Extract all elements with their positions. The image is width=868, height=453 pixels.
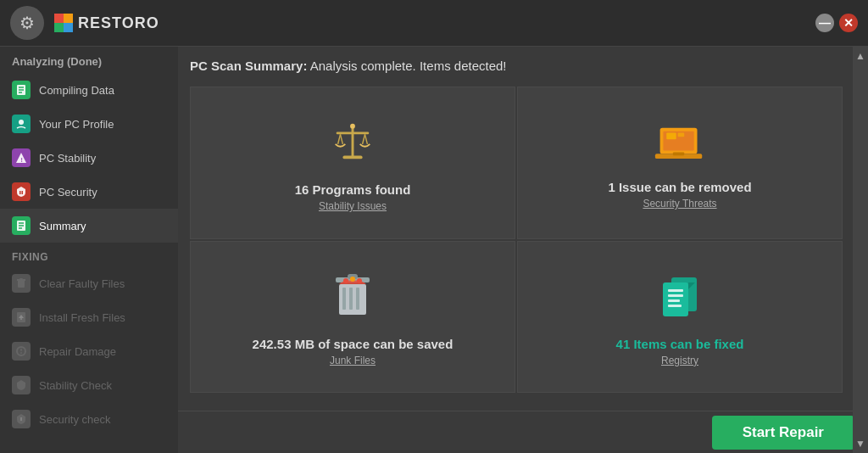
sidebar-item-pc-security[interactable]: PC Security xyxy=(0,175,178,209)
svg-point-49 xyxy=(357,278,362,283)
clear-faulty-icon xyxy=(12,274,31,293)
svg-rect-19 xyxy=(19,278,23,280)
svg-point-48 xyxy=(350,277,355,282)
card-issue-link[interactable]: Security Threats xyxy=(643,198,716,210)
sidebar-item-label-stability: PC Stability xyxy=(39,152,96,165)
svg-rect-54 xyxy=(668,299,680,302)
sidebar-item-stability-check: Stability Check xyxy=(0,368,178,402)
svg-line-30 xyxy=(338,135,341,145)
svg-rect-17 xyxy=(18,280,25,288)
sidebar-item-pc-stability[interactable]: ! PC Stability xyxy=(0,141,178,175)
sidebar-item-label-stability-check: Stability Check xyxy=(39,379,112,392)
svg-rect-53 xyxy=(668,294,683,297)
sidebar-item-clear-faulty: Clear Faulty Files xyxy=(0,266,178,300)
sidebar: Analyzing (Done) Compiling Data Your PC … xyxy=(0,47,178,453)
svg-rect-40 xyxy=(673,153,684,156)
security-check-icon xyxy=(12,410,31,428)
svg-rect-28 xyxy=(342,156,362,159)
scan-summary-title: PC Scan Summary: Analysis complete. Item… xyxy=(190,59,843,73)
sidebar-item-label-security-check: Security check xyxy=(39,413,111,426)
gear-button[interactable]: ⚙ xyxy=(10,6,44,40)
svg-rect-38 xyxy=(678,133,685,137)
compiling-data-icon xyxy=(12,81,31,99)
main-area: Analyzing (Done) Compiling Data Your PC … xyxy=(0,47,868,453)
minimize-button[interactable]: — xyxy=(815,14,834,32)
svg-rect-11 xyxy=(19,191,21,194)
card-space-link[interactable]: Junk Files xyxy=(330,355,376,366)
scroll-down-button[interactable]: ▼ xyxy=(853,436,868,451)
svg-point-34 xyxy=(350,124,355,129)
pc-stability-icon: ! xyxy=(12,148,31,167)
sidebar-item-security-check: Security check xyxy=(0,402,178,436)
sidebar-item-repair-damage: Repair Damage xyxy=(0,334,178,368)
sidebar-item-summary[interactable]: Summary xyxy=(0,209,178,243)
svg-line-32 xyxy=(363,135,365,145)
sidebar-item-pc-profile[interactable]: Your PC Profile xyxy=(0,107,178,141)
svg-rect-1 xyxy=(64,14,73,23)
docs-icon xyxy=(658,272,702,328)
sidebar-item-compiling-data[interactable]: Compiling Data xyxy=(0,73,178,107)
scales-icon xyxy=(328,118,377,174)
svg-point-47 xyxy=(343,278,348,283)
card-items-value: 41 Items can be fixed xyxy=(616,337,744,351)
pc-security-icon xyxy=(12,182,31,201)
logo-icon xyxy=(54,14,73,32)
svg-rect-27 xyxy=(352,126,354,158)
sidebar-item-label-repair: Repair Damage xyxy=(39,345,116,358)
sidebar-item-label-clear: Clear Faulty Files xyxy=(39,277,125,290)
logo-area: RESTORO xyxy=(54,14,159,32)
fixing-section-label: Fixing xyxy=(0,243,178,266)
trash-icon xyxy=(331,272,375,328)
pc-profile-icon xyxy=(12,115,31,133)
close-button[interactable]: ✕ xyxy=(839,14,858,32)
analyzing-header: Analyzing (Done) xyxy=(0,47,178,73)
svg-rect-44 xyxy=(349,288,353,310)
sidebar-item-install-fresh: Install Fresh Files xyxy=(0,300,178,334)
svg-rect-43 xyxy=(342,288,346,310)
card-items-link[interactable]: Registry xyxy=(661,355,698,366)
sidebar-item-label-profile: Your PC Profile xyxy=(39,118,114,131)
sidebar-item-label-compiling: Compiling Data xyxy=(39,84,114,97)
summary-icon xyxy=(12,216,31,235)
svg-text:!: ! xyxy=(21,157,23,163)
card-space-saved: 242.53 MB of space can be saved Junk Fil… xyxy=(190,241,515,394)
title-bar-controls: — ✕ xyxy=(815,14,858,32)
card-space-value: 242.53 MB of space can be saved xyxy=(253,337,453,351)
panel-content: PC Scan Summary: Analysis complete. Item… xyxy=(178,47,868,411)
card-programs-value: 16 Programs found xyxy=(295,182,411,197)
stability-check-icon xyxy=(12,376,31,394)
cards-grid: 16 Programs found Stability Issues xyxy=(190,87,843,393)
svg-rect-45 xyxy=(356,288,359,310)
svg-rect-37 xyxy=(666,133,676,140)
sidebar-item-label-security: PC Security xyxy=(39,186,97,199)
scan-subtitle: Analysis complete. Items detected! xyxy=(310,59,507,73)
card-issue-removable: 1 Issue can be removed Security Threats xyxy=(517,87,843,239)
svg-rect-2 xyxy=(54,23,64,32)
title-bar: ⚙ RESTORO — ✕ xyxy=(0,0,868,47)
sidebar-item-label-summary: Summary xyxy=(39,220,86,232)
svg-rect-3 xyxy=(64,23,73,32)
svg-rect-12 xyxy=(22,191,24,194)
main-panel: PC Scan Summary: Analysis complete. Item… xyxy=(178,47,868,453)
scroll-up-button[interactable]: ▲ xyxy=(853,48,868,64)
card-items-fixed: 41 Items can be fixed Registry xyxy=(517,241,843,394)
card-issue-value: 1 Issue can be removed xyxy=(608,180,751,194)
gear-icon: ⚙ xyxy=(19,13,35,33)
install-fresh-icon xyxy=(12,308,31,327)
repair-damage-icon xyxy=(12,342,31,361)
svg-rect-0 xyxy=(54,14,64,23)
card-programs-found: 16 Programs found Stability Issues xyxy=(190,87,515,239)
bottom-bar: Start Repair xyxy=(178,411,868,453)
scroll-controls: ▲ ▼ xyxy=(853,47,868,453)
svg-rect-55 xyxy=(668,305,682,307)
svg-line-33 xyxy=(365,135,368,145)
svg-line-31 xyxy=(341,135,343,145)
logo-text: RESTORO xyxy=(78,14,159,32)
start-repair-button[interactable]: Start Repair xyxy=(712,416,854,450)
sidebar-item-label-install: Install Fresh Files xyxy=(39,311,125,324)
svg-point-25 xyxy=(20,352,22,354)
svg-rect-52 xyxy=(668,289,683,292)
scan-title: PC Scan Summary: xyxy=(190,59,307,73)
laptop-icon xyxy=(654,120,706,171)
card-programs-link[interactable]: Stability Issues xyxy=(319,200,387,212)
